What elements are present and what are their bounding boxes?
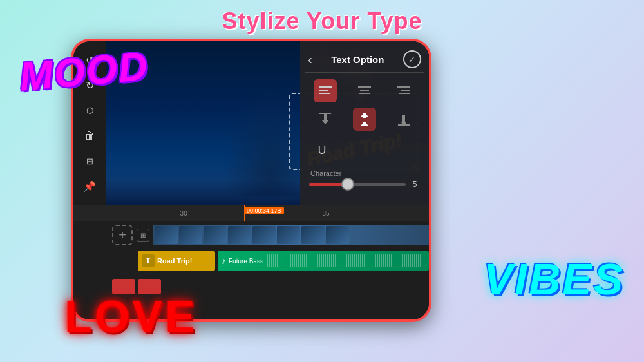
svg-rect-8 [399, 93, 410, 94]
right-panel: ‹ Text Option ✓ [300, 41, 429, 205]
text-audio-row: T Road Trip! ♪ Future Bass [112, 249, 429, 272]
svg-marker-15 [361, 122, 368, 126]
svg-marker-11 [322, 120, 328, 124]
panel-header: ‹ Text Option ✓ [305, 46, 424, 73]
video-thumb-8 [326, 226, 349, 244]
svg-marker-13 [361, 113, 368, 117]
video-track[interactable] [153, 225, 429, 245]
love-decoration: LOVE [64, 291, 198, 343]
character-label: Character [305, 169, 424, 180]
align-center-button[interactable] [353, 79, 376, 102]
time-marker-30: 30 [180, 210, 187, 217]
text-clip-label: Road Trip! [157, 257, 192, 265]
character-slider[interactable] [309, 183, 406, 186]
align-top-button[interactable] [314, 108, 337, 131]
svg-rect-3 [358, 86, 371, 88]
video-thumb-7 [301, 226, 325, 244]
video-thumb-6 [277, 226, 300, 244]
add-media-button[interactable]: + [112, 225, 133, 245]
video-thumb-3 [204, 226, 227, 244]
svg-rect-5 [359, 93, 370, 94]
music-note-icon: ♪ [222, 256, 226, 266]
vibes-decoration: VIBES [484, 254, 625, 304]
video-thumb-1 [155, 226, 178, 244]
video-track-row: + ⊞ [112, 224, 429, 247]
svg-rect-6 [397, 86, 410, 88]
align-bottom-button[interactable] [392, 108, 415, 131]
back-button[interactable]: ‹ [308, 52, 312, 67]
align-middle-button[interactable] [353, 108, 376, 131]
slider-value: 5 [410, 180, 420, 189]
video-thumb-5 [252, 226, 276, 244]
vertical-align-row [305, 108, 424, 131]
main-title: Stylize Your Type [0, 8, 644, 35]
audio-waveform [266, 254, 425, 267]
track-side-controls: + ⊞ [112, 225, 151, 245]
timeline-ruler: 00:00:34.17B 30 35 [73, 205, 429, 221]
time-marker-35: 35 [322, 210, 329, 217]
svg-rect-2 [319, 93, 330, 94]
split-button[interactable]: ⊞ [78, 149, 101, 173]
svg-rect-18 [398, 124, 410, 126]
underline-row: U [305, 136, 424, 164]
svg-rect-4 [360, 90, 369, 91]
confirm-button[interactable]: ✓ [403, 50, 421, 68]
align-right-button[interactable] [392, 79, 415, 102]
align-left-button[interactable] [314, 79, 337, 102]
delete-button[interactable]: 🗑 [78, 124, 101, 148]
text-track-icon: T [142, 254, 155, 267]
slider-row: 5 [305, 180, 424, 189]
svg-rect-7 [401, 90, 410, 91]
audio-track[interactable]: ♪ Future Bass [218, 251, 429, 271]
playhead-time-badge: 00:00:34.17B [244, 207, 284, 214]
svg-rect-1 [319, 90, 328, 91]
video-thumb-2 [179, 226, 202, 244]
underline-button[interactable]: U [310, 138, 334, 162]
pin-button[interactable]: 📌 [78, 175, 101, 198]
slider-thumb[interactable] [341, 178, 354, 191]
keyframe-button[interactable]: ⬡ [78, 99, 101, 122]
svg-rect-9 [319, 113, 331, 114]
video-thumb-4 [228, 226, 251, 244]
audio-label: Future Bass [229, 258, 263, 265]
track-settings-button[interactable]: ⊞ [137, 229, 149, 242]
text-track[interactable]: T Road Trip! [138, 251, 215, 271]
svg-rect-0 [319, 86, 332, 88]
panel-title: Text Option [331, 54, 384, 65]
horizontal-align-row [305, 79, 424, 102]
